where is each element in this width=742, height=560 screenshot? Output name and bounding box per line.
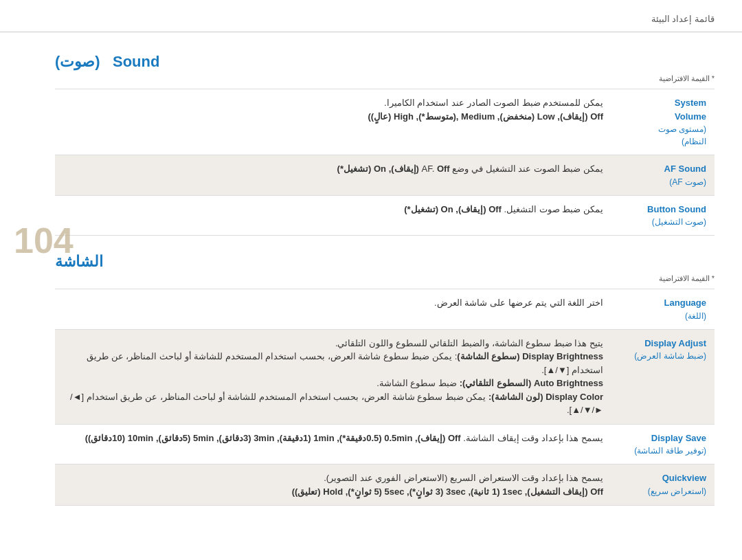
- quickview-label: Quickview (استعراض سريع): [611, 464, 715, 506]
- language-row: Language (اللغة) اختر اللغة التي يتم عرض…: [55, 289, 715, 330]
- screen-table: Language (اللغة) اختر اللغة التي يتم عرض…: [55, 289, 715, 506]
- system-volume-text2: Off (إيقاف), Low (منخفض), Medium ,(متوسط…: [63, 110, 603, 124]
- button-sound-label-en: Button Sound: [620, 203, 706, 216]
- button-sound-content: يمكن ضبط صوت التشغيل. Off (إيقاف), On (ت…: [55, 195, 611, 236]
- language-content: اختر اللغة التي يتم عرضها على شاشة العرض…: [55, 289, 611, 330]
- language-text: اختر اللغة التي يتم عرضها على شاشة العرض…: [63, 296, 603, 310]
- display-save-content: يسمح هذا بإعداد وقت إيقاف الشاشة. Off (إ…: [55, 424, 611, 464]
- af-sound-label: AF Sound (صوت AF): [611, 155, 715, 196]
- screen-title-row: الشاشة: [55, 253, 715, 271]
- screen-default-note: * القيمة الافتراضية: [55, 274, 715, 283]
- button-sound-label: Button Sound (صوت التشغيل): [611, 195, 715, 236]
- display-adjust-text1: يتيح هذا ضبط سطوع الشاشة، والضبط التلقائ…: [63, 337, 603, 350]
- af-sound-text1: يمكن ضبط الصوت عند التشغيل في وضع AF. Of…: [63, 162, 603, 176]
- display-save-row: Display Save (توفير طاقة الشاشة) يسمح هذ…: [55, 424, 715, 464]
- system-volume-row: SystemVolume (مستوى صوتالنظام) يمكن للمس…: [55, 89, 715, 155]
- system-volume-label-en: SystemVolume: [620, 96, 706, 123]
- display-adjust-label-en: Display Adjust: [620, 337, 706, 350]
- sound-default-note: * القيمة الافتراضية: [55, 74, 715, 83]
- quickview-text2: Off (إيقاف التشغيل), 1sec (1 ثانية), 3se…: [63, 485, 603, 499]
- page-number: 104: [14, 220, 74, 261]
- display-save-label: Display Save (توفير طاقة الشاشة): [611, 424, 715, 464]
- system-volume-text1: يمكن للمستخدم ضبط الصوت الصادر عند استخد…: [63, 96, 603, 110]
- button-sound-row: Button Sound (صوت التشغيل) يمكن ضبط صوت …: [55, 195, 715, 236]
- sound-section: Sound (صوت) * القيمة الافتراضية SystemVo…: [55, 53, 715, 236]
- display-save-text: يسمح هذا بإعداد وقت إيقاف الشاشة. Off (إ…: [63, 432, 603, 445]
- display-adjust-row: Display Adjust (ضبط شاشة العرض) يتيح هذا…: [55, 329, 715, 424]
- system-volume-content: يمكن للمستخدم ضبط الصوت الصادر عند استخد…: [55, 89, 611, 155]
- sound-title-row: Sound (صوت): [55, 53, 715, 71]
- header: قائمة إعداد البيئة: [0, 0, 742, 32]
- display-adjust-label: Display Adjust (ضبط شاشة العرض): [611, 329, 715, 424]
- af-sound-label-ar: (صوت AF): [620, 176, 706, 188]
- screen-section: الشاشة * القيمة الافتراضية Language (الل…: [55, 253, 715, 506]
- language-label: Language (اللغة): [611, 289, 715, 330]
- header-title: قائمة إعداد البيئة: [651, 14, 715, 24]
- language-label-en: Language: [620, 296, 706, 310]
- quickview-content: يسمح هذا بإعداد وقت الاستعراض السريع (ال…: [55, 464, 611, 506]
- quickview-row: Quickview (استعراض سريع) يسمح هذا بإعداد…: [55, 464, 715, 506]
- system-volume-label-ar: (مستوى صوتالنظام): [620, 123, 706, 148]
- main-content: Sound (صوت) * القيمة الافتراضية SystemVo…: [0, 32, 742, 513]
- sound-title: Sound (صوت): [55, 53, 159, 71]
- quickview-label-en: Quickview: [620, 471, 706, 485]
- display-adjust-content: يتيح هذا ضبط سطوع الشاشة، والضبط التلقائ…: [55, 329, 611, 424]
- display-adjust-text3: Auto Brightness (السطوع التلقائي): ضبط س…: [63, 377, 603, 390]
- af-sound-row: AF Sound (صوت AF) يمكن ضبط الصوت عند الت…: [55, 155, 715, 196]
- display-save-label-en: Display Save: [620, 432, 706, 445]
- sound-title-en: Sound: [113, 53, 159, 70]
- language-label-ar: (اللغة): [620, 310, 706, 322]
- af-sound-label-en: AF Sound: [620, 162, 706, 176]
- quickview-label-ar: (استعراض سريع): [620, 485, 706, 497]
- button-sound-text1: يمكن ضبط صوت التشغيل. Off (إيقاف), On (ت…: [63, 203, 603, 216]
- sound-title-ar: (صوت): [55, 53, 100, 70]
- button-sound-label-ar: (صوت التشغيل): [620, 216, 706, 228]
- quickview-text1: يسمح هذا بإعداد وقت الاستعراض السريع (ال…: [63, 471, 603, 485]
- system-volume-label: SystemVolume (مستوى صوتالنظام): [611, 89, 715, 155]
- page-container: قائمة إعداد البيئة 104 Sound (صوت) * الق…: [0, 0, 742, 560]
- display-adjust-text2: Display Brightness (سطوع الشاشة): يمكن ض…: [63, 350, 603, 377]
- af-sound-content: يمكن ضبط الصوت عند التشغيل في وضع AF. Of…: [55, 155, 611, 196]
- display-save-label-ar: (توفير طاقة الشاشة): [620, 445, 706, 457]
- sound-table: SystemVolume (مستوى صوتالنظام) يمكن للمس…: [55, 89, 715, 236]
- display-adjust-text4: Display Color (لون الشاشة): يمكن ضبط سطو…: [63, 390, 603, 417]
- display-adjust-label-ar: (ضبط شاشة العرض): [620, 350, 706, 362]
